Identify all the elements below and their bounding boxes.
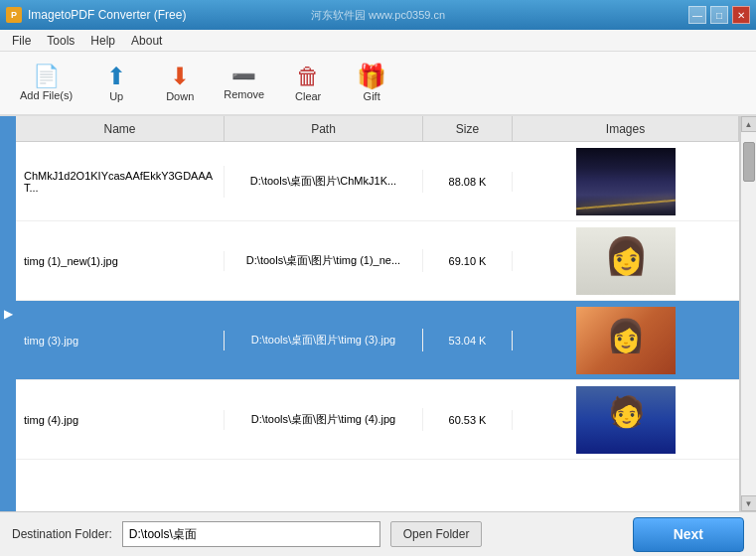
menu-help[interactable]: Help (82, 32, 123, 50)
scroll-thumb[interactable] (743, 142, 755, 182)
row-indicator: ▶ (0, 116, 16, 511)
main-area: ▶ Name Path Size Images ChMkJ1d2O1KIYcas… (0, 116, 756, 511)
row1-path: D:\tools\桌面\图片\ChMkJ1K... (225, 170, 423, 193)
scroll-track (741, 132, 756, 495)
row3-thumb (513, 303, 739, 378)
row2-path: D:\tools\桌面\图片\timg (1)_ne... (225, 249, 423, 272)
menu-bar: File Tools Help About (0, 30, 756, 52)
col-path: Path (225, 116, 423, 141)
thumb-girl3-image (576, 386, 676, 454)
toolbar: 📄 Add File(s) ⬆ Up ⬇ Down ➖ Remove 🗑 Cle… (0, 52, 756, 116)
down-label: Down (166, 90, 194, 102)
up-label: Up (109, 90, 123, 102)
remove-icon: ➖ (231, 67, 256, 86)
table-row[interactable]: timg (3).jpg D:\tools\桌面\图片\timg (3).jpg… (16, 301, 739, 380)
up-icon: ⬆ (106, 65, 126, 88)
scroll-up-arrow[interactable]: ▲ (741, 116, 757, 132)
file-table: Name Path Size Images ChMkJ1d2O1KIYcasAA… (16, 116, 740, 511)
row4-path: D:\tools\桌面\图片\timg (4).jpg (225, 408, 423, 431)
down-button[interactable]: ⬇ Down (150, 59, 210, 108)
destination-label: Destination Folder: (12, 527, 112, 541)
remove-button[interactable]: ➖ Remove (214, 61, 274, 106)
down-icon: ⬇ (170, 65, 190, 88)
title-bar: P ImagetoPDF Converter (Free) 河东软件园 www.… (0, 0, 756, 30)
col-name: Name (16, 116, 225, 141)
gift-label: Gift (364, 90, 380, 102)
menu-file[interactable]: File (4, 32, 39, 50)
title-watermark: 河东软件园 www.pc0359.cn (311, 8, 445, 23)
scroll-down-arrow[interactable]: ▼ (741, 495, 757, 511)
row3-size: 53.04 K (423, 331, 513, 350)
app-title: ImagetoPDF Converter (Free) (28, 8, 186, 22)
row4-thumb (513, 382, 739, 458)
menu-about[interactable]: About (123, 32, 170, 50)
bottom-bar: Destination Folder: Open Folder Next (0, 511, 756, 556)
row4-size: 60.53 K (423, 410, 513, 430)
table-row[interactable]: timg (1)_new(1).jpg D:\tools\桌面\图片\timg … (16, 221, 739, 301)
row1-name: ChMkJ1d2O1KIYcasAAfEkkY3GDAAAT... (16, 166, 225, 198)
add-files-button[interactable]: 📄 Add File(s) (10, 60, 82, 107)
maximize-button[interactable]: □ (710, 6, 728, 24)
clear-button[interactable]: 🗑 Clear (278, 59, 338, 108)
add-label: Add File(s) (20, 89, 73, 101)
row2-size: 69.10 K (423, 251, 513, 271)
thumb-girl2-image (576, 307, 676, 374)
table-header: Name Path Size Images (16, 116, 739, 142)
col-size: Size (423, 116, 513, 141)
close-button[interactable]: ✕ (732, 6, 750, 24)
row2-thumb (513, 223, 739, 299)
destination-input[interactable] (122, 521, 380, 547)
table-row[interactable]: timg (4).jpg D:\tools\桌面\图片\timg (4).jpg… (16, 380, 739, 460)
gift-icon: 🎁 (357, 65, 386, 88)
up-button[interactable]: ⬆ Up (86, 59, 146, 108)
menu-tools[interactable]: Tools (39, 32, 82, 50)
minimize-button[interactable]: — (688, 6, 706, 24)
next-button[interactable]: Next (633, 517, 744, 552)
open-folder-button[interactable]: Open Folder (390, 521, 483, 547)
thumb-girl1-image (576, 227, 676, 295)
row4-name: timg (4).jpg (16, 410, 225, 430)
gift-button[interactable]: 🎁 Gift (342, 59, 401, 108)
row3-name: timg (3).jpg (16, 331, 225, 350)
table-row[interactable]: ChMkJ1d2O1KIYcasAAfEkkY3GDAAAT... D:\too… (16, 142, 739, 221)
row3-path: D:\tools\桌面\图片\timg (3).jpg (225, 329, 423, 351)
thumb-sky-image (576, 148, 676, 215)
app-icon: P (6, 7, 22, 23)
remove-label: Remove (224, 88, 264, 100)
row1-size: 88.08 K (423, 172, 513, 192)
col-images: Images (513, 116, 739, 141)
row1-thumb (513, 144, 739, 219)
add-icon: 📄 (33, 66, 60, 87)
scrollbar[interactable]: ▲ ▼ (740, 116, 756, 511)
row2-name: timg (1)_new(1).jpg (16, 251, 225, 271)
clear-label: Clear (295, 90, 321, 102)
window-controls: — □ ✕ (688, 6, 750, 24)
clear-icon: 🗑 (296, 65, 320, 88)
